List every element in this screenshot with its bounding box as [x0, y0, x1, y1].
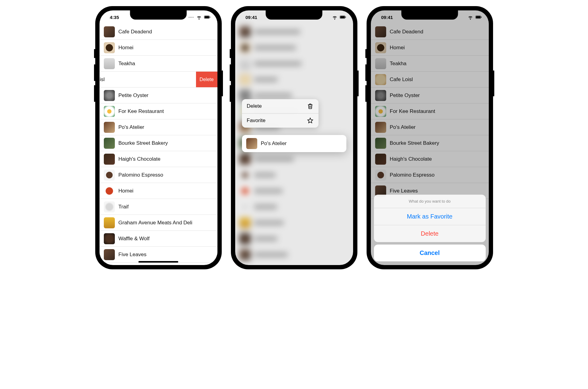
wifi-icon: [196, 14, 202, 21]
table-row[interactable]: Homei: [100, 183, 217, 199]
table-row[interactable]: Five Leaves: [100, 247, 217, 263]
action-sheet-title: What do you want to do: [374, 195, 486, 208]
table-row[interactable]: Palomino Espresso: [100, 167, 217, 183]
wifi-icon: [331, 14, 338, 21]
restaurant-thumb: [104, 249, 115, 260]
table-row[interactable]: Cafe Deadend: [100, 24, 217, 40]
notch: [401, 10, 458, 20]
restaurant-thumb: [104, 185, 115, 196]
svg-rect-4: [340, 16, 345, 18]
phone-swipe-delete: 4:35 •••• Cafe DeadendHomeiTeakhaafe Loi…: [95, 6, 222, 269]
restaurant-name: For Kee Restaurant: [119, 108, 164, 114]
context-delete-label: Delete: [247, 103, 262, 109]
restaurant-thumb: [104, 90, 115, 101]
restaurant-name: Cafe Deadend: [119, 29, 152, 35]
restaurant-name: Haigh's Chocolate: [119, 156, 160, 162]
restaurant-name: Bourke Street Bakery: [119, 140, 168, 146]
restaurant-thumb: [104, 201, 115, 212]
table-row[interactable]: Graham Avenue Meats And Deli: [100, 215, 217, 231]
table-row[interactable]: Po's Atelier: [100, 119, 217, 135]
context-menu: Delete Favorite: [242, 99, 318, 128]
table-row[interactable]: Petite Oyster: [100, 88, 217, 103]
battery-icon: [340, 14, 346, 21]
restaurant-name: Petite Oyster: [119, 92, 149, 99]
restaurant-name: Po's Atelier: [119, 124, 145, 130]
restaurant-thumb: [246, 138, 257, 149]
svg-rect-1: [204, 16, 209, 18]
phone-context-menu: 09:41 Delete Favorite Po's Atelier: [231, 6, 357, 269]
swipe-delete-button[interactable]: Delete: [196, 72, 217, 87]
restaurant-name: Homei: [119, 188, 134, 194]
restaurant-thumb: [104, 106, 115, 117]
restaurant-thumb: [104, 170, 115, 181]
svg-rect-2: [209, 17, 210, 18]
restaurant-thumb: [104, 42, 115, 53]
table-row[interactable]: Teakha: [100, 56, 217, 72]
restaurant-thumb: [104, 217, 115, 228]
restaurant-list[interactable]: Cafe DeadendHomeiTeakhaafe LoislDeletePe…: [100, 24, 217, 263]
status-time: 4:35: [106, 15, 119, 20]
status-time: 09:41: [242, 15, 257, 20]
cellular-dots-icon: ••••: [188, 16, 194, 19]
action-delete-button[interactable]: Delete: [374, 225, 486, 242]
action-cancel-button[interactable]: Cancel: [374, 245, 486, 261]
restaurant-thumb: [104, 233, 115, 244]
restaurant-name: Po's Atelier: [261, 140, 287, 147]
context-preview-row[interactable]: Po's Atelier: [242, 135, 346, 152]
restaurant-thumb: [104, 58, 115, 69]
restaurant-thumb: [104, 154, 115, 165]
table-row[interactable]: Traif: [100, 199, 217, 215]
star-icon: [307, 117, 314, 124]
action-sheet: What do you want to do Mark as Favorite …: [374, 195, 486, 261]
restaurant-thumb: [104, 26, 115, 37]
home-indicator[interactable]: [138, 261, 178, 263]
status-icons: ••••: [188, 14, 210, 21]
restaurant-name: Five Leaves: [119, 252, 147, 258]
restaurant-name: afe Loisl: [100, 77, 105, 83]
restaurant-name: Waffle & Wolf: [119, 236, 150, 242]
context-favorite-label: Favorite: [247, 118, 266, 124]
status-icons: [331, 14, 346, 21]
table-row[interactable]: Bourke Street Bakery: [100, 135, 217, 151]
battery-icon: [204, 14, 211, 21]
restaurant-name: Graham Avenue Meats And Deli: [119, 220, 193, 226]
table-row[interactable]: Waffle & Wolf: [100, 231, 217, 247]
table-row[interactable]: Homei: [100, 40, 217, 56]
restaurant-thumb: [104, 122, 115, 133]
svg-rect-5: [345, 17, 346, 18]
restaurant-name: Teakha: [119, 61, 135, 67]
restaurant-name: Palomino Espresso: [119, 172, 163, 178]
table-row[interactable]: For Kee Restaurant: [100, 103, 217, 119]
table-row[interactable]: Haigh's Chocolate: [100, 151, 217, 167]
action-favorite-button[interactable]: Mark as Favorite: [374, 208, 486, 225]
context-favorite-item[interactable]: Favorite: [242, 114, 318, 128]
context-delete-item[interactable]: Delete: [242, 99, 318, 114]
restaurant-name: Homei: [119, 45, 134, 51]
trash-icon: [307, 103, 314, 110]
restaurant-name: Traif: [119, 204, 129, 210]
phone-action-sheet: 09:41 Cafe DeadendHomeiTeakhaCafe LoislP…: [367, 6, 493, 269]
notch: [130, 10, 187, 20]
table-row-swiped[interactable]: afe LoislDelete: [100, 72, 217, 88]
restaurant-thumb: [104, 138, 115, 149]
notch: [266, 10, 322, 20]
